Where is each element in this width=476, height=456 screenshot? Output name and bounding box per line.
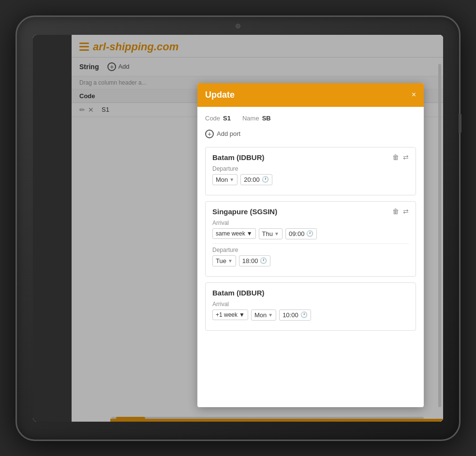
card1-day-arrow: ▼ xyxy=(229,177,234,182)
card2-departure-row: Tue ▼ 18:00 🕐 xyxy=(212,255,409,266)
card3-day-arrow: ▼ xyxy=(268,312,273,318)
card2-dep-time[interactable]: 18:00 🕐 xyxy=(239,255,271,266)
card3-time[interactable]: 10:00 🕐 xyxy=(279,309,311,321)
modal-header: Update × xyxy=(197,83,424,107)
card2-arrival-row: same week ▼ Thu ▼ 09:00 xyxy=(212,228,409,239)
add-port-label: Add port xyxy=(217,130,240,137)
port-2-actions: 🗑 ⇄ xyxy=(392,207,409,215)
port-2-link-button[interactable]: ⇄ xyxy=(403,207,409,215)
code-value: S1 xyxy=(223,115,231,122)
card2-day-select[interactable]: Thu ▼ xyxy=(259,228,283,239)
app-panel: arl-shipping.com String + Add Drag a col… xyxy=(72,35,443,422)
card3-arrival-label: Arrival xyxy=(212,301,409,308)
modal-meta: Code S1 Name SB xyxy=(205,115,416,122)
card2-dep-day-value: Tue xyxy=(216,257,226,265)
card1-day-value: Mon xyxy=(216,176,228,183)
card3-week-value: +1 week xyxy=(216,311,238,318)
card2-departure-label: Departure xyxy=(212,247,409,253)
port-1-delete-button[interactable]: 🗑 xyxy=(392,153,399,161)
card1-time-input[interactable]: 20:00 🕐 xyxy=(240,174,272,185)
card1-departure-label: Departure xyxy=(212,165,409,172)
card1-clock-icon: 🕐 xyxy=(262,176,269,183)
card2-arrival-time-value: 09:00 xyxy=(289,230,305,237)
port-card-2-header: Singapure (SGSIN) 🗑 ⇄ xyxy=(212,207,409,216)
screen: arl-shipping.com String + Add Drag a col… xyxy=(33,35,443,422)
code-label: Code xyxy=(205,115,220,122)
card2-day-arrow: ▼ xyxy=(274,231,279,236)
card2-arrival-time[interactable]: 09:00 🕐 xyxy=(285,228,317,239)
name-meta: Name SB xyxy=(242,115,271,122)
card3-time-value: 10:00 xyxy=(283,311,298,319)
card3-week-arrow: ▼ xyxy=(239,311,245,318)
card1-time-value: 20:00 xyxy=(244,176,260,183)
modal-body[interactable]: Code S1 Name SB + xyxy=(197,107,424,407)
port-2-delete-button[interactable]: 🗑 xyxy=(392,207,399,215)
card1-day-select[interactable]: Mon ▼ xyxy=(212,174,238,185)
port-card-3-header: Batam (IDBUR) xyxy=(212,289,409,297)
card3-arrival-row: +1 week ▼ Mon ▼ 10:00 🕐 xyxy=(212,309,409,321)
card2-week-select[interactable]: same week ▼ xyxy=(212,228,256,239)
name-value: SB xyxy=(262,115,271,122)
card3-week-select[interactable]: +1 week ▼ xyxy=(212,309,248,320)
add-port-button[interactable]: + Add port xyxy=(205,128,240,140)
port-3-name: Batam (IDBUR) xyxy=(212,289,265,297)
port-1-link-button[interactable]: ⇄ xyxy=(403,153,409,161)
port-card-2: Singapure (SGSIN) 🗑 ⇄ Arrival xyxy=(205,201,416,277)
side-button xyxy=(459,114,461,133)
card2-dep-day-select[interactable]: Tue ▼ xyxy=(212,255,236,266)
add-port-plus-icon: + xyxy=(205,130,214,138)
port-2-name: Singapure (SGSIN) xyxy=(212,207,277,216)
card2-week-arrow: ▼ xyxy=(247,230,253,237)
name-label: Name xyxy=(242,115,259,122)
card2-arrival-label: Arrival xyxy=(212,220,409,226)
card2-day-value: Thu xyxy=(262,230,273,237)
card2-arrival-clock-icon: 🕐 xyxy=(306,230,313,237)
card2-dep-time-value: 18:00 xyxy=(242,257,258,265)
card3-day-select[interactable]: Mon ▼ xyxy=(251,309,276,321)
port-card-3: Batam (IDBUR) Arrival +1 week ▼ xyxy=(205,282,416,331)
modal-close-button[interactable]: × xyxy=(412,91,416,99)
modal-title: Update xyxy=(205,90,235,100)
app-background: arl-shipping.com String + Add Drag a col… xyxy=(33,35,443,422)
modal-overlay: Update × Code S1 xyxy=(72,35,443,422)
update-modal: Update × Code S1 xyxy=(197,83,424,407)
card1-departure-row: Mon ▼ 20:00 🕐 xyxy=(212,174,409,185)
code-meta: Code S1 xyxy=(205,115,231,122)
port-card-1: Batam (IDBUR) 🗑 ⇄ Departure Mon xyxy=(205,147,416,195)
card3-clock-icon: 🕐 xyxy=(300,311,308,318)
port-1-actions: 🗑 ⇄ xyxy=(392,153,409,161)
port-1-name: Batam (IDBUR) xyxy=(212,153,265,162)
card2-dep-clock-icon: 🕐 xyxy=(260,257,267,264)
sidebar xyxy=(33,35,72,422)
card3-day-value: Mon xyxy=(254,311,267,319)
tablet-shell: arl-shipping.com String + Add Drag a col… xyxy=(15,15,461,441)
card2-week-value: same week xyxy=(216,230,245,237)
port-card-1-header: Batam (IDBUR) 🗑 ⇄ xyxy=(212,153,409,162)
card2-dep-day-arrow: ▼ xyxy=(228,258,233,264)
